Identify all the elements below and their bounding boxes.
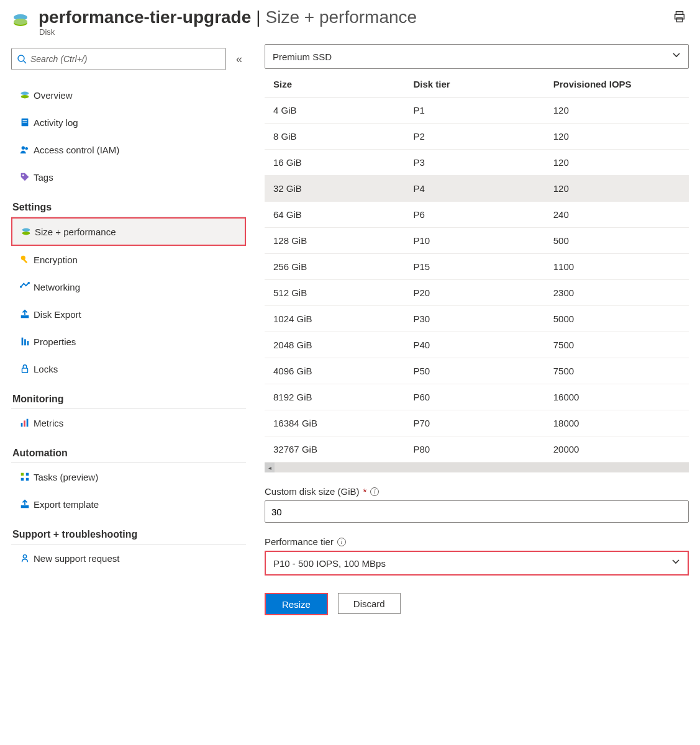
sidebar-item-properties[interactable]: Properties [11,328,246,355]
table-cell-tier: P70 [404,410,544,436]
sidebar-item-export[interactable]: Disk Export [11,300,246,328]
table-cell-size: 16 GiB [265,150,404,176]
title-separator: | [256,7,260,27]
svg-point-16 [22,228,30,232]
table-row[interactable]: 128 GiBP10500 [265,228,689,254]
chevron-down-icon [671,558,680,569]
table-row[interactable]: 32767 GiBP8020000 [265,436,689,463]
table-row[interactable]: 64 GiBP6240 [265,202,689,228]
svg-rect-30 [21,473,24,476]
svg-rect-11 [22,120,27,120]
search-input[interactable]: Search (Ctrl+/) [11,48,226,70]
table-row[interactable]: 32 GiBP4120 [265,176,689,202]
custom-size-label: Custom disk size (GiB) [265,486,360,497]
sidebar-item-metrics[interactable]: Metrics [11,409,246,436]
sidebar-item-networking[interactable]: Networking [11,273,246,300]
size-table: SizeDisk tierProvisioned IOPS 4 GiBP1120… [265,71,689,463]
sidebar-item-label: Metrics [34,418,63,428]
table-row[interactable]: 8192 GiBP6016000 [265,384,689,410]
info-icon[interactable]: i [370,487,379,496]
table-row[interactable]: 16 GiBP3120 [265,150,689,176]
horizontal-scrollbar[interactable]: ◂ [265,463,689,472]
table-row[interactable]: 4096 GiBP507500 [265,358,689,384]
table-cell-iops: 120 [545,124,689,150]
sidebar-section-header: Settings [11,202,246,217]
svg-rect-26 [22,368,28,372]
export-icon [16,309,34,320]
sidebar-item-tags[interactable]: Tags [11,163,246,191]
sidebar-item-tasks[interactable]: Tasks (preview) [11,463,246,490]
table-cell-iops: 120 [545,97,689,124]
custom-size-input[interactable] [265,500,689,523]
table-cell-iops: 120 [545,150,689,176]
svg-rect-23 [22,338,24,346]
svg-point-9 [21,95,29,98]
disk-sku-select[interactable]: Premium SSD [265,44,689,69]
table-row[interactable]: 16384 GiBP7018000 [265,410,689,436]
table-cell-tier: P2 [404,124,544,150]
support-icon [16,553,34,564]
table-cell-tier: P10 [404,228,544,254]
table-cell-iops: 120 [545,176,689,202]
table-cell-tier: P3 [404,150,544,176]
svg-point-21 [28,282,30,284]
table-row[interactable]: 2048 GiBP407500 [265,332,689,358]
performance-tier-label: Performance tier [265,536,334,547]
table-cell-size: 4 GiB [265,97,404,124]
table-cell-tier: P20 [404,280,544,306]
chevron-down-icon [672,51,681,62]
svg-rect-31 [26,473,29,476]
sidebar-item-label: Properties [34,336,76,347]
table-cell-iops: 7500 [545,358,689,384]
svg-point-13 [22,147,25,150]
table-cell-tier: P50 [404,358,544,384]
sidebar-section-header: Monitoring [11,394,246,409]
table-cell-tier: P6 [404,202,544,228]
sidebar-item-label: Activity log [34,117,78,128]
resize-button[interactable]: Resize [265,593,328,615]
table-row[interactable]: 4 GiBP1120 [265,97,689,124]
table-header[interactable]: Provisioned IOPS [545,71,689,97]
sidebar-item-locks[interactable]: Locks [11,355,246,382]
svg-point-20 [20,286,22,288]
sidebar-item-label: Access control (IAM) [34,145,119,155]
svg-rect-19 [23,259,27,263]
svg-point-8 [21,92,29,95]
svg-point-15 [22,174,24,176]
sidebar-item-overview[interactable]: Overview [11,81,246,109]
table-row[interactable]: 1024 GiBP305000 [265,306,689,332]
table-cell-iops: 2300 [545,280,689,306]
print-button[interactable] [670,7,689,28]
table-row[interactable]: 8 GiBP2120 [265,124,689,150]
table-row[interactable]: 512 GiBP202300 [265,280,689,306]
svg-point-2 [14,19,27,25]
sidebar-item-activity[interactable]: Activity log [11,109,246,136]
people-icon [16,144,34,155]
discard-button[interactable]: Discard [338,593,401,614]
sidebar-item-encryption[interactable]: Encryption [11,246,246,273]
sidebar-item-size[interactable]: Size + performance [11,217,246,246]
sidebar-item-label: Encryption [34,255,78,265]
sidebar-item-template[interactable]: Export template [11,490,246,518]
table-cell-size: 1024 GiB [265,306,404,332]
sidebar-item-label: Overview [34,90,73,101]
table-cell-size: 512 GiB [265,280,404,306]
info-icon[interactable]: i [337,538,346,546]
performance-tier-select[interactable]: P10 - 500 IOPS, 100 MBps [265,551,689,576]
disk-icon [17,226,35,237]
table-header[interactable]: Size [265,71,404,97]
collapse-sidebar-button[interactable]: « [232,50,246,68]
table-header[interactable]: Disk tier [404,71,544,97]
blade-title: Size + performance [266,7,417,27]
sidebar-item-iam[interactable]: Access control (IAM) [11,136,246,163]
table-cell-size: 8 GiB [265,124,404,150]
svg-rect-12 [22,122,27,122]
log-icon [16,117,34,128]
scroll-left-arrow[interactable]: ◂ [265,463,275,472]
table-cell-iops: 20000 [545,436,689,463]
table-cell-size: 128 GiB [265,228,404,254]
table-cell-tier: P1 [404,97,544,124]
sidebar-item-support[interactable]: New support request [11,544,246,572]
performance-tier-value: P10 - 500 IOPS, 100 MBps [273,558,386,569]
table-row[interactable]: 256 GiBP151100 [265,254,689,280]
